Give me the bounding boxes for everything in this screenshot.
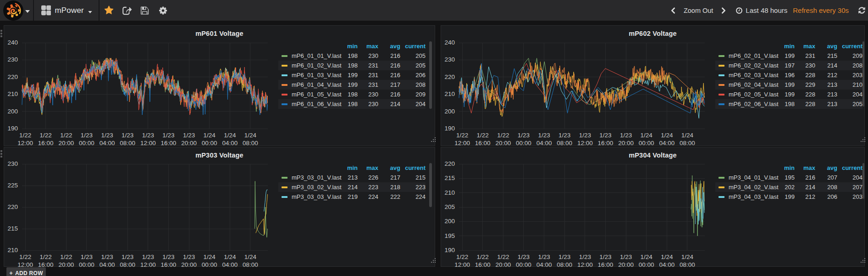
series-color-swatch[interactable] — [282, 186, 287, 188]
grafana-logo[interactable] — [3, 0, 24, 21]
time-forward-button[interactable] — [719, 0, 728, 21]
series-color-swatch[interactable] — [719, 84, 724, 86]
legend-series-name[interactable]: mP6_02_02_V.last — [729, 62, 779, 69]
panel-resize-handle[interactable] — [431, 258, 436, 263]
legend-row: mP6_01_02_V.last198231216205 — [278, 61, 426, 70]
x-tick-label: 1/24 — [641, 253, 653, 260]
legend-series-name[interactable]: mP6_02_03_V.last — [729, 72, 779, 79]
x-tick-label: 20:00 — [181, 140, 197, 146]
legend-col-avg[interactable]: avg — [815, 163, 837, 173]
zoom-out-button[interactable]: Zoom Out — [681, 7, 716, 14]
legend-series-name[interactable]: mP6_02_01_V.last — [729, 52, 779, 59]
legend-series-name[interactable]: mP6_01_05_V.last — [292, 91, 342, 98]
x-tick-label: 1/23 — [518, 132, 530, 139]
time-range-button[interactable]: Last 48 hours — [735, 6, 787, 14]
x-tick-label: 1/23 — [579, 132, 591, 139]
legend-row: mP6_01_05_V.last198230216209 — [278, 90, 426, 99]
legend-series-name[interactable]: mP3_03_01_V.last — [292, 174, 342, 181]
legend-series-name[interactable]: mP6_01_03_V.last — [292, 72, 342, 79]
legend-scrollbar[interactable] — [429, 41, 432, 109]
row-drag-handle[interactable] — [0, 30, 2, 37]
legend-series-name[interactable]: mP3_04_02_V.last — [729, 184, 779, 191]
legend-col-avg[interactable]: avg — [815, 41, 837, 51]
series-color-swatch[interactable] — [719, 186, 724, 188]
legend-col-current[interactable]: current — [400, 41, 426, 51]
legend-avg-value: 216 — [378, 61, 400, 70]
legend-col-max[interactable]: max — [795, 41, 815, 51]
legend-series-name[interactable]: mP3_04_01_V.last — [729, 174, 779, 181]
series-color-swatch[interactable] — [282, 55, 287, 57]
legend-series-name[interactable]: mP6_02_06_V.last — [729, 101, 779, 107]
panel-resize-handle[interactable] — [860, 258, 865, 263]
series-color-swatch[interactable] — [282, 196, 287, 198]
legend-series-name[interactable]: mP6_01_01_V.last — [292, 52, 342, 59]
time-back-button[interactable] — [669, 0, 677, 21]
save-button[interactable] — [136, 0, 155, 21]
legend-series-name[interactable]: mP6_01_02_V.last — [292, 62, 342, 69]
refresh-interval-button[interactable]: Refresh every 30s — [793, 6, 849, 14]
legend-current-value: 207 — [837, 182, 862, 192]
legend-max-value: 214 — [795, 182, 815, 192]
time-controls: Zoom Out Last 48 hours Refresh every 30s — [669, 0, 868, 21]
legend-col-min[interactable]: min — [770, 41, 795, 51]
legend-col-max[interactable]: max — [358, 163, 378, 173]
x-tick-label: 1/22 — [40, 132, 52, 139]
x-tick-label: 16:00 — [598, 261, 614, 267]
legend-scrollbar[interactable] — [862, 41, 864, 107]
series-color-swatch[interactable] — [719, 103, 724, 105]
legend-col-current[interactable]: current — [837, 163, 862, 173]
add-row-button[interactable]: + ADD ROW — [6, 267, 46, 276]
series-line[interactable] — [459, 62, 705, 113]
legend-col-max[interactable]: max — [358, 41, 378, 51]
x-tick-label: 1/24 — [204, 253, 216, 260]
legend-series-name[interactable]: mP6_01_06_V.last — [292, 101, 342, 107]
legend-series-name[interactable]: mP3_03_03_V.last — [292, 193, 342, 200]
series-color-swatch[interactable] — [719, 94, 724, 96]
series-color-swatch[interactable] — [282, 84, 287, 86]
legend-max-value: 216 — [795, 173, 815, 182]
star-button[interactable] — [100, 0, 118, 21]
legend-scrollbar[interactable] — [862, 163, 864, 199]
series-color-swatch[interactable] — [719, 74, 724, 76]
settings-button[interactable] — [155, 0, 173, 21]
legend-series-name[interactable]: mP3_04_03_V.last — [729, 193, 779, 200]
x-tick-label: 12:00 — [17, 140, 33, 146]
series-color-swatch[interactable] — [282, 94, 287, 96]
series-color-swatch[interactable] — [719, 65, 724, 67]
grafana-menu[interactable] — [0, 0, 33, 21]
legend-col-max[interactable]: max — [795, 163, 815, 173]
legend-col-min[interactable]: min — [770, 163, 795, 173]
legend-series-name[interactable]: mP6_02_05_V.last — [729, 91, 779, 98]
legend-series-name[interactable]: mP6_01_04_V.last — [292, 81, 342, 88]
y-tick-label: 190 — [444, 125, 455, 132]
legend-col-min[interactable]: min — [333, 163, 358, 173]
panel-resize-handle[interactable] — [431, 137, 436, 142]
legend-col-current[interactable]: current — [400, 163, 426, 173]
x-tick-label: 12:00 — [577, 261, 593, 267]
plus-icon: + — [9, 270, 13, 276]
legend-header-row: minmaxavgcurrent — [715, 163, 862, 173]
series-color-swatch[interactable] — [719, 177, 724, 179]
series-color-swatch[interactable] — [282, 103, 287, 105]
series-color-swatch[interactable] — [719, 55, 724, 57]
share-button[interactable] — [118, 0, 136, 21]
refresh-button[interactable] — [856, 0, 867, 21]
legend-col-avg[interactable]: avg — [378, 41, 400, 51]
legend-scrollbar[interactable] — [429, 163, 432, 207]
x-tick-label: 1/22 — [477, 132, 489, 139]
series-color-swatch[interactable] — [282, 74, 287, 76]
legend-series-name[interactable]: mP3_03_02_V.last — [292, 184, 342, 191]
series-color-swatch[interactable] — [282, 177, 287, 179]
legend-col-avg[interactable]: avg — [378, 163, 400, 173]
panel-resize-handle[interactable] — [860, 137, 865, 142]
legend-series-name[interactable]: mP6_02_04_V.last — [729, 81, 779, 88]
legend-row: mP3_04_01_V.last195216207204 — [715, 173, 862, 182]
legend-col-min[interactable]: min — [333, 41, 358, 51]
dashboard-picker[interactable]: mPower — [34, 0, 99, 21]
series-color-swatch[interactable] — [719, 196, 724, 198]
legend-col-current[interactable]: current — [837, 41, 862, 51]
row-drag-handle[interactable] — [0, 150, 2, 158]
legend-max-value: 224 — [358, 192, 378, 202]
series-color-swatch[interactable] — [282, 65, 287, 67]
dashboard-title[interactable]: mPower — [55, 5, 92, 16]
